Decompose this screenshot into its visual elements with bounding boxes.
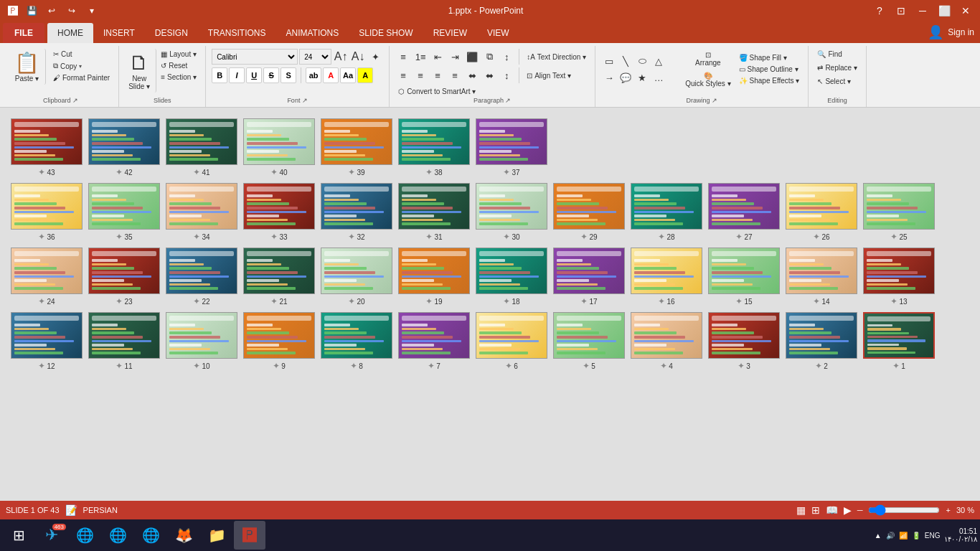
more-shapes-btn[interactable]: … [651,70,666,85]
slide-item[interactable]: ✦ 23 [88,248,160,306]
increase-indent-btn[interactable]: ⇥ [447,49,463,65]
tab-insert[interactable]: INSERT [93,23,145,43]
slide-item[interactable]: ✦ 34 [166,183,237,242]
slide-item[interactable]: ✦ 31 [398,183,470,242]
replace-btn[interactable]: ⇄ Replace ▾ [814,62,859,73]
save-qat-btn[interactable]: 💾 [23,3,40,19]
convert-smartart-btn[interactable]: ⬡ Convert to SmartArt ▾ [395,86,479,97]
customize-qat-btn[interactable]: ▾ [83,3,100,19]
decrease-indent-btn[interactable]: ⇤ [430,49,446,65]
tab-home[interactable]: HOME [47,23,93,43]
undo-qat-btn[interactable]: ↩ [43,3,60,19]
slide-item[interactable]: ✦ 3 [708,312,780,371]
text-case-btn[interactable]: Aa [340,67,356,83]
callout-shape-btn[interactable]: 💬 [618,70,633,85]
slide-item[interactable]: ✦ 9 [243,312,315,371]
explorer-btn[interactable]: 📁 [201,521,232,550]
normal-view-btn[interactable]: ▦ [796,504,806,516]
slide-item[interactable]: ✦ 17 [553,248,625,306]
increase-font-btn[interactable]: A↑ [333,49,349,65]
slide-item[interactable]: ✦ 26 [786,183,857,242]
slide-item[interactable]: ✦ 12 [11,312,83,371]
tab-review[interactable]: REVIEW [423,23,477,43]
telegram-btn[interactable]: ✈ 463 [36,521,67,550]
slide-item[interactable]: ✦ 5 [553,312,625,371]
tab-view[interactable]: VIEW [477,23,519,43]
slide-item[interactable]: ✦ 4 [631,312,702,371]
slide-item[interactable]: ✦ 22 [166,248,237,306]
font-size-select[interactable]: 24 [299,49,331,65]
reading-view-btn[interactable]: 📖 [826,504,838,516]
zoom-in-btn[interactable]: + [946,506,950,514]
firefox-btn[interactable]: 🦊 [168,521,199,550]
slide-item[interactable]: ✦ 35 [88,183,160,242]
quick-styles-btn[interactable]: 🎨 Quick Styles ▾ [682,70,734,90]
slide-item[interactable]: ✦ 41 [166,118,237,177]
slides-container[interactable]: ✦ 1 ✦ 2 ✦ 3 [0,108,980,501]
find-btn[interactable]: 🔍 Find [814,49,844,60]
browser2-btn[interactable]: 🌐 [102,521,133,550]
bold-button[interactable]: B [212,67,227,83]
slide-item[interactable]: ✦ 32 [321,183,392,242]
slide-item[interactable]: ✦ 6 [476,312,547,371]
italic-button[interactable]: I [229,67,245,83]
text-direction-btn[interactable]: ↕A Text Direction ▾ [524,52,589,62]
shadow-button[interactable]: S [281,67,296,83]
format-painter-button[interactable]: 🖌 Format Painter [50,72,113,83]
shape-fill-btn[interactable]: 🪣 Shape Fill ▾ [736,52,803,63]
paste-button[interactable]: 📋 Paste ▾ [9,49,46,85]
slide-item[interactable]: ✦ 1 [863,312,935,371]
clear-format-btn[interactable]: ✦ [367,49,383,65]
powerpoint-taskbar-btn[interactable]: 🅿 [234,521,265,550]
network-icon[interactable]: 📶 [899,532,908,540]
slide-item[interactable]: ✦ 8 [321,312,392,371]
triangle-shape-btn[interactable]: △ [651,53,666,69]
char-spacing-btn[interactable]: ab [306,67,321,83]
slide-item[interactable]: ✦ 38 [398,118,470,177]
minimize-button[interactable]: ─ [914,3,931,19]
rtl-btn[interactable]: ⬌ [464,67,480,83]
bullets-btn[interactable]: ≡ [395,49,411,65]
slide-item[interactable]: ✦ 10 [166,312,237,371]
slide-item[interactable]: ✦ 39 [321,118,392,177]
para-spacing-btn[interactable]: ↕ [499,67,514,83]
tab-slideshow[interactable]: SLIDE SHOW [349,23,423,43]
slide-item[interactable]: ✦ 37 [476,118,547,177]
arrange-btn[interactable]: ⊡ Arrange [682,49,734,69]
sign-in-label[interactable]: Sign in [948,27,974,37]
smart-art-btn[interactable]: ⬛ [464,49,480,65]
slide-item[interactable]: ✦ 28 [631,183,702,242]
shape-outline-btn[interactable]: ▭ Shape Outline ▾ [736,64,803,75]
cut-button[interactable]: ✂ Cut [50,49,113,60]
font-highlight-btn[interactable]: A [357,67,373,83]
slide-item[interactable]: ✦ 43 [11,118,83,177]
tab-file[interactable]: FILE [3,23,44,43]
align-right-btn[interactable]: ≡ [395,67,411,83]
select-btn[interactable]: ↖ Select ▾ [814,76,854,87]
ltr-btn[interactable]: ⬌ [481,67,497,83]
align-text-btn[interactable]: ⊡ Align Text ▾ [524,70,574,81]
oval-shape-btn[interactable]: ⬭ [634,53,650,69]
layout-button[interactable]: ▦ Layout ▾ [158,49,199,60]
tab-design[interactable]: DESIGN [145,23,198,43]
maximize-button[interactable]: ⬜ [936,3,953,19]
show-hidden-btn[interactable]: ▲ [875,532,882,540]
slide-item[interactable]: ✦ 14 [786,248,857,306]
underline-button[interactable]: U [246,67,262,83]
slide-item[interactable]: ✦ 19 [398,248,470,306]
slide-item[interactable]: ✦ 25 [863,183,935,242]
power-icon[interactable]: 🔋 [912,532,920,540]
slide-item[interactable]: ✦ 2 [786,312,857,371]
line-shape-btn[interactable]: ╲ [618,53,633,69]
slide-item[interactable]: ✦ 36 [11,183,83,242]
strikethrough-button[interactable]: S [263,67,279,83]
slide-item[interactable]: ✦ 24 [11,248,83,306]
columns-btn[interactable]: ⧉ [481,49,497,65]
align-center-btn[interactable]: ≡ [413,67,428,83]
slide-item[interactable]: ✦ 7 [398,312,470,371]
slide-item[interactable]: ✦ 33 [243,183,315,242]
line-spacing-btn[interactable]: ↕ [499,49,514,65]
copy-button[interactable]: ⧉ Copy ▾ [50,60,113,72]
slide-item[interactable]: ✦ 29 [553,183,625,242]
slide-item[interactable]: ✦ 15 [708,248,780,306]
